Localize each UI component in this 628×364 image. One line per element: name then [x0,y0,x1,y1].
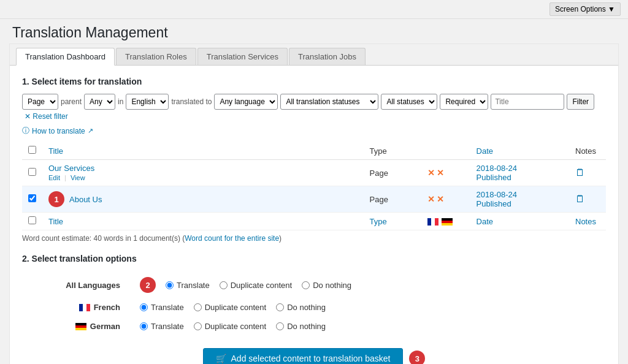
flags-header [421,142,470,160]
required-select[interactable]: Required [440,94,488,110]
row-date-2: 2018-08-24 Published [470,186,569,213]
duplicate-radio-fr[interactable] [194,303,202,311]
row-checkbox-1[interactable] [28,168,36,176]
bottom-title-header: Title [42,213,364,230]
table-row: 1 About Us Page ✕ ✕ 2018-08-24 Published [22,186,606,213]
duplicate-radio-all[interactable] [220,281,228,289]
add-to-basket-button[interactable]: 🛒 Add selected content to translation ba… [203,348,404,364]
filter-row: Page parent Any in English translated to… [22,94,606,121]
translate-option-de[interactable]: Translate [140,322,184,331]
row-checkbox-2[interactable] [28,194,36,202]
lang-row-fr: French Translate Duplicate content [22,298,606,317]
row-title-2[interactable]: About Us [69,195,102,204]
nothing-radio-all[interactable] [302,281,310,289]
how-to-link[interactable]: How to translate [32,127,85,135]
screen-options-button[interactable]: Screen Options ▼ [550,2,621,16]
tab-translation-jobs[interactable]: Translation Jobs [289,48,366,65]
row-title-1[interactable]: Our Services [48,164,94,173]
nothing-radio-fr[interactable] [276,303,284,311]
row-notes-1[interactable]: 🗒 [569,160,606,186]
translation-status-select[interactable]: All translation statuses [280,94,378,110]
filter-button[interactable]: Filter [567,94,594,110]
lang-row-de: German Translate Duplicate content [22,317,606,336]
translate-option-fr[interactable]: Translate [140,303,184,312]
translate-radio-all[interactable] [166,281,174,289]
bottom-header-row: Title Type Date [22,213,606,230]
bottom-select-all[interactable] [28,216,36,224]
svg-rect-1 [431,218,435,226]
lang-flag-label-de: German [29,322,120,331]
word-count: Word count estimate: 40 words in 1 docum… [22,234,606,243]
notes-header: Notes [569,142,606,160]
lang-row-all: All Languages 2 Translate [22,272,606,298]
date-header[interactable]: Date [470,142,569,160]
row-type-2: Page [364,186,421,213]
basket-btn-label: Add selected content to translation bask… [231,354,391,363]
duplicate-option-fr[interactable]: Duplicate content [194,303,266,312]
svg-rect-2 [435,218,438,226]
row-actions-1: Edit | View [48,174,88,181]
svg-rect-11 [75,328,86,330]
translation-options-table: All Languages 2 Translate [22,272,606,336]
nothing-option-all[interactable]: Do nothing [302,281,351,290]
reset-filter-button[interactable]: Reset filter [22,112,71,121]
note-icon-1[interactable]: 🗒 [575,167,585,178]
action-divider: | [64,174,66,181]
external-link-icon: ↗ [88,127,93,135]
parent-label: parent [61,97,82,106]
translate-option-all[interactable]: Translate [166,281,210,290]
de-status-2: ✕ [437,194,444,204]
edit-link-1[interactable]: Edit [48,174,60,181]
tabs-bar: Translation Dashboard Translation Roles … [10,44,618,66]
title-header[interactable]: Title [42,142,364,160]
svg-rect-8 [86,304,90,311]
duplicate-option-de[interactable]: Duplicate content [194,322,266,331]
row-type-1: Page [364,160,421,186]
type-select[interactable]: Page [22,94,58,110]
tab-translation-services[interactable]: Translation Services [197,48,288,65]
bottom-type-header: Type [364,213,421,230]
word-count-link[interactable]: Word count for the entire site [185,234,279,243]
row-flags-2: ✕ ✕ [421,186,470,213]
translate-radio-de[interactable] [140,322,148,330]
any-language-select[interactable]: Any language [214,94,278,110]
lang-flag-label-fr: French [29,303,120,312]
bottom-flags-header [421,213,470,230]
view-link-1[interactable]: View [71,174,85,181]
bottom-date-header: Date [470,213,569,230]
nothing-option-de[interactable]: Do nothing [276,322,326,331]
annotation-container-1: 1 About Us [48,191,358,207]
row-notes-2[interactable]: 🗒 [569,186,606,213]
lang-label-all: All Languages [22,272,132,298]
annotation-badge-2: 2 [140,277,156,293]
tab-translation-dashboard[interactable]: Translation Dashboard [16,48,115,66]
section1-title: 1. Select items for translation [22,77,606,86]
svg-rect-9 [75,323,86,325]
row-date-1: 2018-08-24 Published [470,160,569,186]
radio-group-all: 2 Translate Duplicate content [140,277,599,293]
tab-translation-roles[interactable]: Translation Roles [116,48,196,65]
svg-rect-3 [442,218,453,221]
duplicate-radio-de[interactable] [194,322,202,330]
translate-radio-fr[interactable] [140,303,148,311]
content-area: 1. Select items for translation Page par… [10,66,618,364]
nothing-radio-de[interactable] [276,322,284,330]
lang-options-fr: Translate Duplicate content Do nothing [132,298,606,317]
title-input[interactable] [491,94,564,110]
type-header: Type [364,142,421,160]
svg-rect-0 [427,218,431,226]
de-status-1: ✕ [437,168,444,178]
row-flags-1: ✕ ✕ [421,160,470,186]
fr-status-2: ✕ [427,194,435,204]
language-select[interactable]: English [126,94,169,110]
lang-options-all: 2 Translate Duplicate content [132,272,606,298]
select-all-checkbox[interactable] [28,146,36,154]
duplicate-option-all[interactable]: Duplicate content [220,281,292,290]
lang-label-de: German [22,317,132,336]
all-statuses-select[interactable]: All statuses [381,94,437,110]
parent-select[interactable]: Any [84,94,115,110]
annotation-2-container: 2 [140,277,156,293]
nothing-option-fr[interactable]: Do nothing [276,303,326,312]
note-icon-2[interactable]: 🗒 [575,194,585,204]
how-to-translate[interactable]: ⓘ How to translate ↗ [22,126,606,136]
